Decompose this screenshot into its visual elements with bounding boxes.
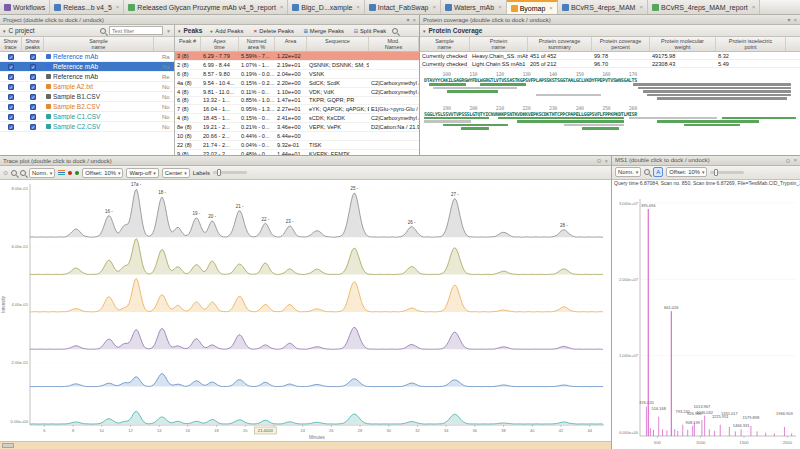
column-header[interactable]: Area xyxy=(275,37,307,51)
ms1-chart[interactable]: 3.000e+072.000e+071.000e+070.000e+005001… xyxy=(612,189,800,449)
peak-row[interactable]: 10 (8)20.66 - 2...0.44% - 0...6.44e+00 xyxy=(175,132,419,141)
peptide-coverage-bar[interactable] xyxy=(429,83,466,86)
trace-gray[interactable] xyxy=(30,189,603,237)
coverage-panel-titlebar[interactable]: Protein coverage (double click to dock /… xyxy=(420,15,800,25)
peptide-coverage-bar[interactable] xyxy=(443,124,508,127)
text-filter-input[interactable] xyxy=(112,28,160,34)
time-marker-label[interactable]: 21.4024 xyxy=(258,428,274,433)
peak-label[interactable]: 28 - xyxy=(560,223,568,228)
tab-releas-b-v4-5[interactable]: Releas...b v4_5× xyxy=(50,0,124,14)
trace-plot-chart[interactable]: 8.00e-016.00e-014.00e-012.00e-010.00e+00… xyxy=(0,180,610,441)
split-peak-button[interactable]: ⊟Split Peak xyxy=(350,27,389,35)
filter-icon[interactable]: ▼ xyxy=(166,28,171,34)
tab-close-icon[interactable]: × xyxy=(639,4,643,10)
show-peaks-checkbox[interactable]: ✓ xyxy=(30,64,36,70)
close-icon[interactable]: × xyxy=(793,17,797,23)
merge-peaks-button[interactable]: ⊞Merge Peaks xyxy=(300,27,347,35)
peptide-coverage-bar[interactable] xyxy=(638,87,791,90)
show-peaks-checkbox[interactable]: ✓ xyxy=(30,84,36,90)
pin-icon[interactable]: ⊙ xyxy=(3,169,8,176)
norm-select[interactable]: Norm.▾ xyxy=(29,168,55,178)
tab-close-icon[interactable]: × xyxy=(356,4,360,10)
collapse-icon[interactable]: ▾ xyxy=(178,28,181,34)
pin-icon[interactable]: ⊙ xyxy=(596,157,601,164)
peak-label[interactable]: 20 - xyxy=(208,214,216,219)
tab-close-icon[interactable]: × xyxy=(116,4,120,10)
offset-select[interactable]: Offset: 10%▾ xyxy=(666,167,707,177)
column-header[interactable]: Normedarea % xyxy=(239,37,275,51)
pin-icon[interactable]: ⊙ xyxy=(785,157,790,164)
tab-workflows[interactable]: Workflows xyxy=(0,0,50,14)
column-header[interactable]: Showtrace xyxy=(0,37,22,51)
peptide-coverage-bar[interactable] xyxy=(424,117,489,120)
tab-byomap[interactable]: Byomap× xyxy=(507,0,558,14)
show-trace-checkbox[interactable]: ✓ xyxy=(8,104,14,110)
peak-label[interactable]: 16 - xyxy=(105,209,113,214)
peak-label[interactable]: 19 - xyxy=(193,211,201,216)
peptide-coverage-bar[interactable] xyxy=(480,83,527,86)
peptide-coverage-bar[interactable] xyxy=(517,120,624,123)
peptide-coverage-bar[interactable] xyxy=(657,120,759,123)
red-dot-icon[interactable] xyxy=(68,171,72,175)
peptide-coverage-bar[interactable] xyxy=(433,87,517,90)
trace-colors-icon[interactable] xyxy=(58,170,65,175)
peptide-coverage-bar[interactable] xyxy=(582,127,619,130)
coverage-row[interactable]: Currently checkedLight.Chain SS mAb1205 … xyxy=(420,60,800,68)
show-trace-checkbox[interactable]: ✓ xyxy=(8,64,14,70)
column-header[interactable]: Protein isoelectricpoint xyxy=(716,37,786,51)
column-header[interactable]: Samplename xyxy=(420,37,470,51)
show-trace-checkbox[interactable]: ✓ xyxy=(8,94,14,100)
column-header[interactable]: Sequence xyxy=(307,37,369,51)
tab-close-icon[interactable]: × xyxy=(498,4,502,10)
project-row[interactable]: ✓✓Reference mAbRa xyxy=(0,52,174,62)
peak-label[interactable]: 27 - xyxy=(451,192,459,197)
labels-slider[interactable] xyxy=(213,171,247,174)
peptide-coverage-bar[interactable] xyxy=(633,83,791,86)
close-icon[interactable]: × xyxy=(793,157,797,163)
show-peaks-checkbox[interactable]: ✓ xyxy=(30,54,36,60)
ms1-titlebar[interactable]: MS1 (double click to dock / undock) ⊙ × xyxy=(612,156,800,166)
column-header[interactable]: Protein coveragesummary xyxy=(528,37,592,51)
column-header[interactable]: Proteinname xyxy=(470,37,528,51)
trace-blue[interactable] xyxy=(30,374,603,387)
trace-olive[interactable] xyxy=(30,239,603,275)
coverage-row[interactable]: Currently checkedHeavy.Chain_SS. mAb1451… xyxy=(420,52,800,60)
float-icon[interactable]: ▾ xyxy=(787,16,790,23)
close-icon[interactable]: × xyxy=(412,17,416,23)
column-header[interactable]: Showpeaks xyxy=(22,37,44,51)
show-trace-checkbox[interactable]: ✓ xyxy=(8,124,14,130)
peptide-coverage-bar[interactable] xyxy=(461,127,489,130)
peak-row[interactable]: 6 (8)8.57 - 9.800.19% - 0.0...2.04e+00VS… xyxy=(175,70,419,79)
show-trace-checkbox[interactable]: ✓ xyxy=(8,114,14,120)
range-selector-band[interactable] xyxy=(0,441,611,449)
project-row[interactable]: ✓✓Sample C1.CSVNo xyxy=(0,112,174,122)
peak-label[interactable]: 18 - xyxy=(158,190,166,195)
trace-teal[interactable] xyxy=(30,411,603,424)
peptide-coverage-bar[interactable] xyxy=(629,117,717,120)
tab-bcvrs-4reps-mam[interactable]: BCvRS_4reps_MAM× xyxy=(558,0,648,14)
trace-orange[interactable] xyxy=(30,279,603,312)
show-trace-checkbox[interactable]: ✓ xyxy=(8,54,14,60)
peptide-coverage-bar[interactable] xyxy=(647,94,791,97)
ms1-slider[interactable] xyxy=(710,171,744,174)
column-header[interactable]: Apextime xyxy=(201,37,239,51)
zoom-in-icon[interactable] xyxy=(11,170,17,176)
show-peaks-checkbox[interactable]: ✓ xyxy=(30,124,36,130)
peak-row[interactable]: 8e (8)19.21 - 2...0.21% - 0...3.46e+00VE… xyxy=(175,123,419,132)
peak-label[interactable]: 26 - xyxy=(408,220,416,225)
center-select[interactable]: Center▾ xyxy=(162,168,190,178)
show-peaks-checkbox[interactable]: ✓ xyxy=(30,114,36,120)
collapse-icon[interactable]: ▾ xyxy=(3,28,6,34)
show-trace-checkbox[interactable]: ✓ xyxy=(8,74,14,80)
project-row[interactable]: ✓✓Reference mAbRe xyxy=(0,72,174,82)
column-header[interactable]: Mod.Names xyxy=(369,37,419,51)
peak-label[interactable]: 23 - xyxy=(286,219,294,224)
tab-blgc-d-xample[interactable]: Blgc_D...xample× xyxy=(288,0,364,14)
search-icon[interactable] xyxy=(392,28,398,34)
peak-row[interactable]: 4 (8)18.45 - 1...0.15% - 0...2.41e+00sCD… xyxy=(175,114,419,123)
annotate-button[interactable]: A xyxy=(653,167,663,177)
project-panel-titlebar[interactable]: Project (double click to dock / undock) … xyxy=(0,15,419,25)
peak-row[interactable]: 7 (8)16.04 - 1...0.95% - 1.3...2.27e+01e… xyxy=(175,105,419,114)
tab-intact-fabswap[interactable]: Intact_FabSwap× xyxy=(365,0,441,14)
peptide-coverage-bar[interactable] xyxy=(564,124,624,127)
